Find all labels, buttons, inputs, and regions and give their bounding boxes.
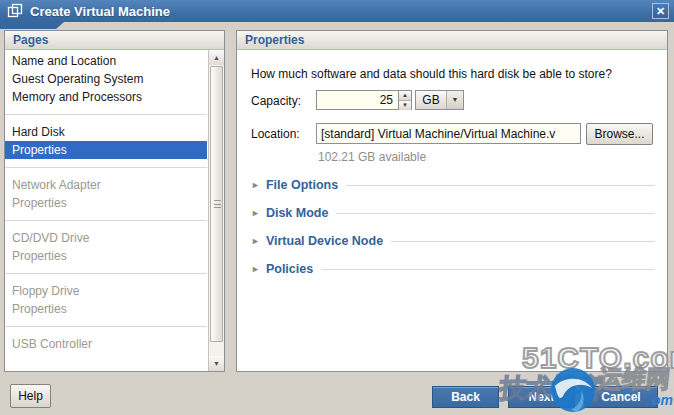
scrollbar-thumb[interactable] — [210, 66, 223, 342]
pages-panel-header: Pages — [5, 31, 224, 50]
next-button[interactable]: Next — [508, 386, 575, 408]
sidebar-item-name-and-location[interactable]: Name and Location — [5, 52, 207, 70]
expand-arrow-icon: ► — [251, 180, 260, 190]
help-button[interactable]: Help — [10, 384, 51, 408]
section-disk-mode[interactable]: ► Disk Mode — [251, 199, 655, 227]
section-virtual-device-node[interactable]: ► Virtual Device Node — [251, 227, 655, 255]
sidebar-separator — [5, 265, 207, 282]
capacity-label: Capacity: — [251, 94, 301, 108]
back-button[interactable]: Back — [432, 386, 499, 408]
sidebar-item-cddvd-properties[interactable]: Properties — [5, 247, 207, 265]
sidebar-item-floppy-properties[interactable]: Properties — [5, 300, 207, 318]
location-input[interactable] — [316, 123, 581, 144]
properties-panel: Properties How much software and data sh… — [236, 30, 668, 372]
sidebar-item-network-adapter[interactable]: Network Adapter — [5, 176, 207, 194]
location-label: Location: — [251, 127, 300, 141]
expand-arrow-icon: ► — [251, 264, 260, 274]
scrollbar-grip — [214, 200, 221, 208]
title-tab-notch — [0, 22, 64, 29]
section-rule — [336, 213, 655, 214]
section-rule — [321, 269, 655, 270]
create-vm-dialog: Create Virtual Machine ✕ Pages Name and … — [0, 0, 674, 415]
scroll-down-icon[interactable]: ▼ — [209, 356, 224, 371]
pages-list: Name and Location Guest Operating System… — [5, 50, 224, 353]
window-title: Create Virtual Machine — [30, 4, 170, 19]
collapsible-sections: ► File Options ► Disk Mode ► Virtual Dev… — [251, 171, 655, 283]
title-bar: Create Virtual Machine ✕ — [0, 0, 674, 22]
sidebar-item-hard-disk-properties[interactable]: Properties — [5, 141, 207, 159]
scroll-up-icon[interactable]: ▲ — [209, 50, 224, 65]
spinner-up-icon[interactable]: ▲ — [399, 91, 411, 100]
sidebar-separator — [5, 318, 207, 335]
sidebar-item-cddvd-drive[interactable]: CD/DVD Drive — [5, 229, 207, 247]
expand-arrow-icon: ► — [251, 208, 260, 218]
sidebar-item-floppy-drive[interactable]: Floppy Drive — [5, 282, 207, 300]
sidebar-item-hard-disk[interactable]: Hard Disk — [5, 123, 207, 141]
cancel-button[interactable]: Cancel — [584, 386, 658, 408]
sidebar-item-network-adapter-properties[interactable]: Properties — [5, 194, 207, 212]
capacity-question-text: How much software and data should this h… — [251, 67, 612, 81]
vm-window-icon — [7, 3, 23, 19]
browse-button[interactable]: Browse... — [586, 123, 653, 145]
close-icon[interactable]: ✕ — [652, 3, 669, 19]
capacity-unit-dropdown[interactable]: GB ▼ — [415, 90, 464, 110]
properties-panel-header: Properties — [237, 31, 667, 50]
sidebar-item-usb-controller[interactable]: USB Controller — [5, 335, 207, 353]
sidebar-separator — [5, 212, 207, 229]
capacity-stepper: ▲ ▼ — [398, 90, 412, 110]
expand-arrow-icon: ► — [251, 236, 260, 246]
capacity-input[interactable] — [316, 90, 398, 110]
sidebar-scrollbar[interactable]: ▲ ▼ — [208, 50, 224, 371]
chevron-down-icon: ▼ — [446, 91, 463, 109]
section-policies[interactable]: ► Policies — [251, 255, 655, 283]
spinner-down-icon[interactable]: ▼ — [399, 100, 411, 110]
sidebar-item-memory-processors[interactable]: Memory and Processors — [5, 88, 207, 106]
capacity-unit-value: GB — [416, 91, 446, 109]
sidebar-separator — [5, 159, 207, 176]
section-rule — [346, 185, 655, 186]
sidebar-separator — [5, 106, 207, 123]
available-space-text: 102.21 GB available — [318, 150, 426, 164]
section-rule — [391, 241, 655, 242]
section-file-options[interactable]: ► File Options — [251, 171, 655, 199]
pages-panel: Pages Name and Location Guest Operating … — [4, 30, 225, 372]
sidebar-item-guest-os[interactable]: Guest Operating System — [5, 70, 207, 88]
capacity-field-group: ▲ ▼ — [316, 90, 412, 110]
